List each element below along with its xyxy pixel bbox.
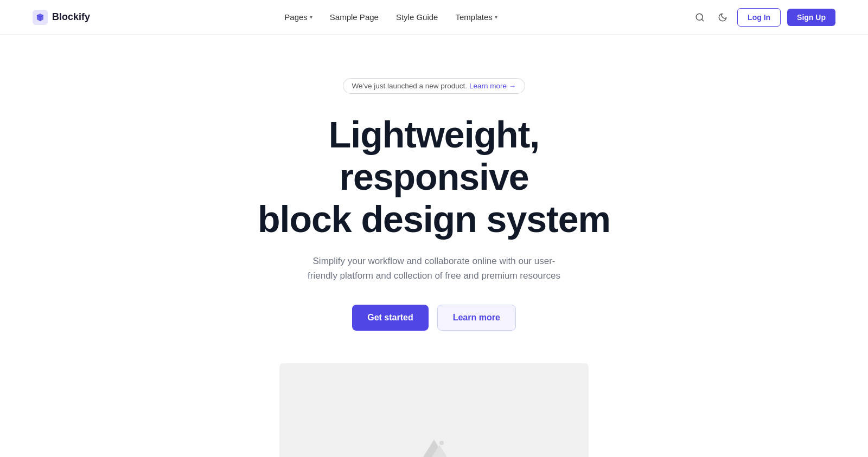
hero-title-line1: Lightweight, responsive xyxy=(329,114,539,197)
navbar: Blockify Pages ▾ Sample Page Style Guide… xyxy=(0,0,868,35)
announcement-text: We've just launched a new product. xyxy=(352,82,467,90)
placeholder-icon xyxy=(421,437,447,457)
login-button[interactable]: Log In xyxy=(737,8,781,27)
dark-mode-button[interactable] xyxy=(714,9,731,25)
nav-actions: Log In Sign Up xyxy=(692,8,835,27)
nav-link-sample-page[interactable]: Sample Page xyxy=(330,12,379,22)
learn-more-button[interactable]: Learn more xyxy=(437,305,516,331)
announcement-banner: We've just launched a new product. Learn… xyxy=(343,78,526,94)
nav-item-pages[interactable]: Pages ▾ xyxy=(284,12,312,22)
moon-icon xyxy=(718,12,727,22)
svg-line-2 xyxy=(702,19,704,21)
logo[interactable]: Blockify xyxy=(33,10,90,25)
nav-link-style-guide[interactable]: Style Guide xyxy=(396,12,438,22)
mountain-icon xyxy=(421,437,447,457)
hero-subtitle: Simplify your workflow and collaborate o… xyxy=(304,254,564,283)
hero-image-placeholder xyxy=(279,363,589,457)
brand-icon xyxy=(33,10,48,25)
search-button[interactable] xyxy=(692,9,708,25)
brand-name: Blockify xyxy=(52,11,90,23)
chevron-down-icon: ▾ xyxy=(495,14,497,20)
svg-point-5 xyxy=(439,441,444,445)
hero-section: We've just launched a new product. Learn… xyxy=(0,35,868,457)
nav-links: Pages ▾ Sample Page Style Guide Template… xyxy=(284,12,497,22)
hero-title: Lightweight, responsive block design sys… xyxy=(244,113,624,241)
nav-item-templates[interactable]: Templates ▾ xyxy=(455,12,497,22)
chevron-down-icon: ▾ xyxy=(310,14,312,20)
get-started-button[interactable]: Get started xyxy=(352,305,428,331)
nav-item-style-guide[interactable]: Style Guide xyxy=(396,12,438,22)
search-icon xyxy=(695,12,705,22)
nav-item-sample-page[interactable]: Sample Page xyxy=(330,12,379,22)
nav-link-templates[interactable]: Templates ▾ xyxy=(455,12,497,22)
nav-link-pages[interactable]: Pages ▾ xyxy=(284,12,312,22)
hero-title-line2: block design system xyxy=(258,198,610,240)
announcement-learn-more-link[interactable]: Learn more → xyxy=(469,82,516,90)
hero-buttons: Get started Learn more xyxy=(352,305,516,331)
signup-button[interactable]: Sign Up xyxy=(787,9,835,26)
